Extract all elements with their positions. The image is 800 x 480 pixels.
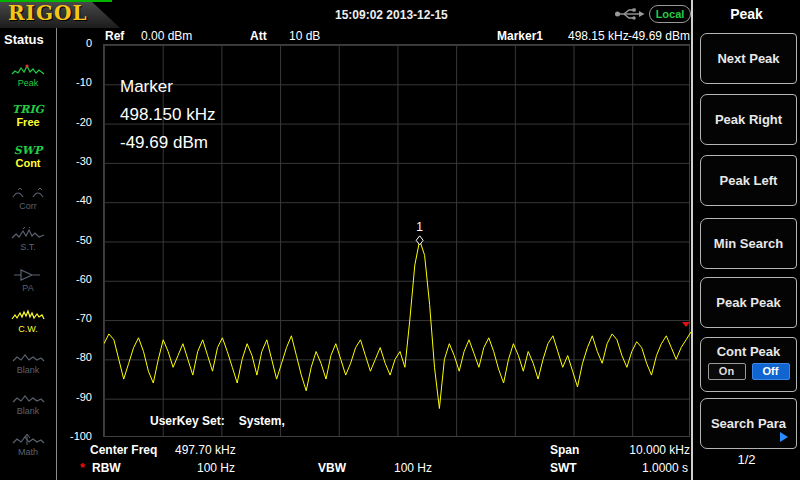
ref-value: 0.00 dBm	[141, 29, 192, 43]
status-item-label: S.T.	[20, 242, 36, 252]
softkey-menu: Peak Next Peak Peak Right Peak Left Min …	[693, 0, 800, 480]
spectrum-plot: Marker 498.150 kHz -49.69 dBm 1 UserKey …	[103, 44, 690, 437]
marker-number-label: 1	[416, 220, 423, 234]
y-tick-label: -70	[54, 312, 98, 324]
trace-svg: 1	[104, 45, 691, 438]
softkey-next-peak[interactable]: Next Peak	[700, 33, 797, 84]
status-item-st: S.T.	[0, 219, 56, 260]
status-item-blank2: Blank	[0, 383, 56, 424]
marker1-amplitude: -49.69 dBm	[628, 29, 690, 43]
softkey-menu-title: Peak	[693, 6, 800, 22]
corr-status-icon	[11, 186, 45, 200]
status-item-corr: Corr	[0, 178, 56, 219]
status-panel-divider	[56, 28, 57, 480]
swt-value: 1.0000 s	[642, 461, 688, 475]
reference-row: Ref 0.00 dBm Att 10 dB Marker1 498.15 kH…	[103, 29, 690, 44]
sweep-mode-label: Cont	[15, 157, 40, 170]
usb-icon	[614, 6, 646, 22]
rbw-label: RBW	[92, 461, 121, 475]
softkey-label: Peak Left	[720, 173, 778, 188]
rbw-value: 100 Hz	[197, 461, 235, 475]
marker-diamond-icon	[416, 236, 423, 245]
menu-page-indicator[interactable]: 1/2	[693, 452, 800, 467]
swt-label: SWT	[550, 461, 577, 475]
y-tick-label: -60	[54, 273, 98, 285]
vbw-value: 100 Hz	[394, 461, 432, 475]
y-tick-label: 0	[54, 37, 98, 49]
att-label: Att	[250, 29, 267, 43]
status-item-math: Math	[0, 424, 56, 465]
softkey-min-search[interactable]: Min Search	[700, 218, 797, 269]
ref-label: Ref	[105, 29, 124, 43]
marker1-frequency: 498.15 kHz	[568, 29, 629, 43]
status-item-pa: PA	[0, 260, 56, 301]
marker1-label: Marker1	[497, 29, 543, 43]
y-tick-label: -20	[54, 116, 98, 128]
blank-trace-icon	[11, 350, 45, 364]
status-item-label: Corr	[19, 201, 37, 211]
status-item-label: C.W.	[18, 324, 38, 334]
spectrum-analyzer-screen: RIGOL 15:09:02 2013-12-15 Local Status P…	[0, 0, 800, 480]
trigger-type-label: TRIG	[12, 104, 44, 116]
status-item-label: Peak	[18, 78, 39, 88]
clock-timestamp: 15:09:02 2013-12-15	[335, 8, 448, 22]
status-item-blank1: Blank	[0, 342, 56, 383]
userkey-label: UserKey Set:	[150, 414, 225, 428]
local-mode-badge: Local	[649, 5, 691, 23]
softkey-label: Peak Right	[715, 112, 782, 127]
cont-peak-off-option[interactable]: Off	[752, 363, 790, 380]
status-panel: Status Peak TRIG Free SWP Cont Corr	[0, 28, 56, 480]
center-freq-label: Center Freq	[90, 443, 157, 457]
sweep-type-label: SWP	[14, 145, 43, 157]
status-item-label: PA	[22, 283, 33, 293]
softkey-label: Search Para	[711, 416, 786, 431]
sweep-time-status-icon	[11, 227, 45, 241]
att-value: 10 dB	[289, 29, 320, 43]
sweep-position-indicator	[682, 322, 690, 327]
softkey-label: Peak Peak	[716, 295, 780, 310]
trigger-mode-label: Free	[16, 116, 39, 129]
y-tick-label: -80	[54, 351, 98, 363]
top-bar: RIGOL 15:09:02 2013-12-15 Local	[0, 0, 800, 28]
blank-trace-icon	[11, 391, 45, 405]
softkey-search-para[interactable]: Search Para	[700, 398, 797, 449]
status-item-label: Blank	[17, 365, 40, 375]
uncal-indicator: *	[80, 460, 85, 475]
softkey-label: Min Search	[714, 236, 783, 251]
y-tick-label: -100	[54, 430, 98, 442]
status-item-label: Blank	[17, 406, 40, 416]
math-trace-icon	[11, 432, 45, 446]
peak-status-icon	[11, 63, 45, 77]
submenu-arrow-icon	[780, 432, 788, 442]
brand-logo: RIGOL	[8, 1, 88, 25]
status-item-peak: Peak	[0, 55, 56, 96]
y-tick-label: -10	[54, 76, 98, 88]
status-item-sweep: SWP Cont	[0, 137, 56, 178]
span-value: 10.000 kHz	[629, 443, 690, 457]
cont-peak-on-option[interactable]: On	[708, 363, 746, 380]
vbw-label: VBW	[318, 461, 346, 475]
status-item-cw: C.W.	[0, 301, 56, 342]
trace-line	[104, 240, 691, 408]
cw-status-icon	[11, 309, 45, 323]
softkey-label: Next Peak	[717, 51, 779, 66]
softkey-label: Cont Peak	[717, 344, 781, 359]
y-tick-label: -30	[54, 155, 98, 167]
status-item-label: Math	[18, 447, 38, 457]
softkey-peak-peak[interactable]: Peak Peak	[700, 277, 797, 328]
preamp-status-icon	[11, 268, 45, 282]
softkey-peak-left[interactable]: Peak Left	[700, 155, 797, 206]
span-label: Span	[550, 443, 579, 457]
y-tick-label: -50	[54, 234, 98, 246]
y-tick-label: -40	[54, 194, 98, 206]
top-green-line	[0, 0, 112, 2]
status-item-trigger: TRIG Free	[0, 96, 56, 137]
status-panel-title: Status	[0, 28, 56, 55]
y-tick-label: -90	[54, 391, 98, 403]
cont-peak-toggle: On Off	[708, 363, 790, 380]
userkey-message: UserKey Set:System,	[150, 414, 285, 428]
softkey-cont-peak[interactable]: Cont Peak On Off	[700, 337, 797, 392]
userkey-value: System,	[239, 414, 285, 428]
softkey-peak-right[interactable]: Peak Right	[700, 94, 797, 145]
center-freq-value: 497.70 kHz	[175, 443, 236, 457]
